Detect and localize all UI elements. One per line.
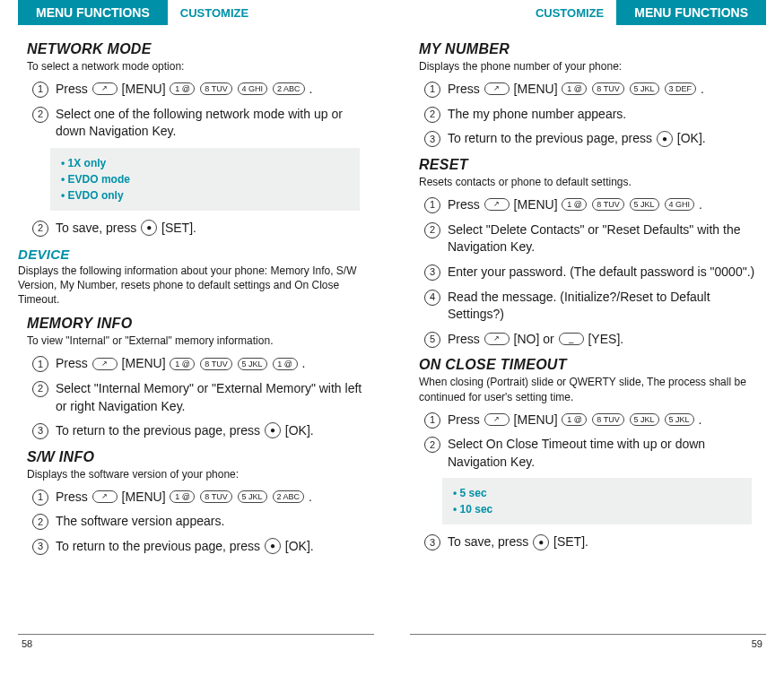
step-oct-2: 2 Select On Close Timeout time with up o… bbox=[424, 436, 766, 471]
step-number-icon: 1 bbox=[424, 197, 440, 213]
key-8-icon: 8 TUV bbox=[200, 82, 231, 95]
heading-reset: RESET bbox=[419, 157, 766, 173]
key-5-icon: 5 JKL bbox=[630, 82, 659, 95]
subtitle-on-close-timeout: When closing (Portrait) slide or QWERTY … bbox=[419, 375, 766, 403]
tab-customize: CUSTOMIZE bbox=[168, 0, 261, 25]
step-number-icon: 1 bbox=[32, 356, 48, 372]
subtitle-reset: Resets contacts or phone to default sett… bbox=[419, 175, 766, 189]
step-number-icon: 1 bbox=[32, 82, 48, 98]
header-left: MENU FUNCTIONS CUSTOMIZE bbox=[18, 0, 374, 25]
key-1-icon: 1 @ bbox=[562, 413, 587, 426]
key-5-icon: 5 JKL bbox=[238, 358, 267, 370]
option-item: 10 sec bbox=[453, 501, 741, 517]
key-5-icon: 5 JKL bbox=[665, 413, 694, 426]
step-oct-3: 3 To save, press ● [SET]. bbox=[424, 533, 766, 551]
step-text: To save, press ● [SET]. bbox=[448, 533, 766, 551]
ok-key-icon: ● bbox=[141, 220, 157, 236]
step-reset-2: 2 Select "Delete Contacts" or "Reset Def… bbox=[424, 221, 766, 256]
step-nm-1: 1 Press ↗ [MENU] 1 @ 8 TUV 4 GHI 2 ABC . bbox=[32, 81, 374, 99]
step-reset-3: 3 Enter your password. (The default pass… bbox=[424, 264, 766, 282]
subtitle-sw-info: Displays the software version of your ph… bbox=[27, 467, 374, 481]
step-reset-5: 5 Press ↗ [NO] or ⎯ [YES]. bbox=[424, 331, 766, 349]
step-reset-4: 4 Read the message. (Initialize?/Reset t… bbox=[424, 289, 766, 324]
page-number-right: 59 bbox=[752, 638, 762, 649]
send-key-icon: ↗ bbox=[484, 82, 510, 95]
step-number-icon: 2 bbox=[32, 514, 48, 530]
step-text: Select "Delete Contacts" or "Reset Defau… bbox=[448, 221, 766, 256]
footer-rule bbox=[410, 634, 766, 635]
key-4-icon: 4 GHI bbox=[665, 198, 695, 211]
step-number-icon: 2 bbox=[424, 107, 440, 123]
step-text: Enter your password. (The default passwo… bbox=[448, 264, 766, 282]
step-nm-3: 2 To save, press ● [SET]. bbox=[32, 220, 374, 238]
step-number-icon: 2 bbox=[32, 381, 48, 397]
key-8-icon: 8 TUV bbox=[200, 358, 231, 370]
key-4-icon: 4 GHI bbox=[238, 82, 268, 95]
step-sw-1: 1 Press ↗ [MENU] 1 @ 8 TUV 5 JKL 2 ABC . bbox=[32, 489, 374, 507]
key-8-icon: 8 TUV bbox=[592, 82, 623, 95]
step-text: Press ↗ [MENU] 1 @ 8 TUV 5 JKL 3 DEF . bbox=[448, 81, 766, 99]
step-text: Press ↗ [MENU] 1 @ 8 TUV 4 GHI 2 ABC . bbox=[56, 81, 374, 99]
step-text: To return to the previous page, press ● … bbox=[56, 538, 374, 556]
step-text: To return to the previous page, press ● … bbox=[56, 422, 374, 440]
step-text: To return to the previous page, press ● … bbox=[448, 130, 766, 148]
step-number-icon: 3 bbox=[424, 131, 440, 147]
step-number-icon: 3 bbox=[32, 423, 48, 439]
subtitle-memory-info: To view "Internal" or "External" memory … bbox=[27, 334, 374, 348]
step-text: Press ↗ [MENU] 1 @ 8 TUV 5 JKL 1 @ . bbox=[56, 355, 374, 373]
step-reset-1: 1 Press ↗ [MENU] 1 @ 8 TUV 5 JKL 4 GHI . bbox=[424, 196, 766, 214]
key-2-icon: 2 ABC bbox=[273, 82, 305, 95]
step-number-icon: 2 bbox=[424, 222, 440, 238]
page-number-left: 58 bbox=[22, 638, 32, 649]
key-5-icon: 5 JKL bbox=[630, 198, 659, 211]
step-text: Read the message. (Initialize?/Reset to … bbox=[448, 289, 766, 324]
key-5-icon: 5 JKL bbox=[630, 413, 659, 426]
send-key-icon: ↗ bbox=[92, 358, 118, 370]
step-number-icon: 3 bbox=[32, 539, 48, 555]
ok-key-icon: ● bbox=[657, 131, 673, 147]
subtitle-device: Displays the following information about… bbox=[18, 264, 374, 308]
step-text: Select On Close Timeout time with up or … bbox=[448, 436, 766, 471]
step-text: Press ↗ [NO] or ⎯ [YES]. bbox=[448, 331, 766, 349]
step-oct-1: 1 Press ↗ [MENU] 1 @ 8 TUV 5 JKL 5 JKL . bbox=[424, 412, 766, 429]
step-text: Press ↗ [MENU] 1 @ 8 TUV 5 JKL 2 ABC . bbox=[56, 489, 374, 507]
softkey-icon: ⎯ bbox=[559, 333, 584, 345]
step-mem-2: 2 Select "Internal Memory" or "External … bbox=[32, 380, 374, 415]
heading-my-number: MY NUMBER bbox=[419, 41, 766, 57]
tab-menu-functions: MENU FUNCTIONS bbox=[18, 0, 168, 25]
option-item: EVDO mode bbox=[61, 171, 349, 187]
ok-key-icon: ● bbox=[265, 422, 281, 438]
step-text: Select one of the following network mode… bbox=[56, 106, 374, 141]
page-right: CUSTOMIZE MENU FUNCTIONS MY NUMBER Displ… bbox=[410, 0, 766, 649]
step-myn-2: 2 The my phone number appears. bbox=[424, 106, 766, 124]
step-text: The my phone number appears. bbox=[448, 106, 766, 124]
key-5-icon: 5 JKL bbox=[238, 490, 267, 503]
step-sw-2: 2 The software version appears. bbox=[32, 513, 374, 531]
subtitle-my-number: Displays the phone number of your phone: bbox=[419, 59, 766, 74]
tab-menu-functions: MENU FUNCTIONS bbox=[616, 0, 766, 25]
step-number-icon: 1 bbox=[32, 490, 48, 506]
option-item: EVDO only bbox=[61, 187, 349, 204]
heading-device: DEVICE bbox=[18, 247, 374, 262]
tab-customize: CUSTOMIZE bbox=[523, 0, 616, 25]
footer-rule bbox=[18, 634, 374, 635]
subtitle-network-mode: To select a network mode option: bbox=[27, 59, 374, 74]
key-1-icon: 1 @ bbox=[170, 490, 195, 503]
step-number-icon: 2 bbox=[32, 221, 48, 237]
step-mem-1: 1 Press ↗ [MENU] 1 @ 8 TUV 5 JKL 1 @ . bbox=[32, 355, 374, 373]
step-text: To save, press ● [SET]. bbox=[56, 220, 374, 238]
heading-sw-info: S/W INFO bbox=[27, 449, 374, 465]
step-number-icon: 3 bbox=[424, 534, 440, 550]
heading-memory-info: MEMORY INFO bbox=[27, 316, 374, 332]
option-item: 1X only bbox=[61, 155, 349, 171]
key-1-icon: 1 @ bbox=[562, 198, 587, 211]
ok-key-icon: ● bbox=[533, 534, 549, 550]
header-right: CUSTOMIZE MENU FUNCTIONS bbox=[410, 0, 766, 25]
key-2-icon: 2 ABC bbox=[273, 490, 305, 503]
send-key-icon: ↗ bbox=[484, 333, 510, 345]
options-network-mode: 1X only EVDO mode EVDO only bbox=[50, 148, 360, 211]
key-8-icon: 8 TUV bbox=[592, 413, 623, 426]
key-1-icon: 1 @ bbox=[170, 358, 195, 370]
step-number-icon: 2 bbox=[424, 437, 440, 453]
step-text: Press ↗ [MENU] 1 @ 8 TUV 5 JKL 4 GHI . bbox=[448, 196, 766, 214]
